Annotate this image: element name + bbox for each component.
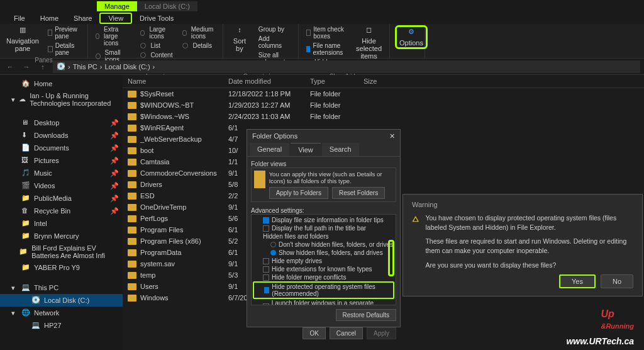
advanced-option[interactable]: Don't show hidden files, folders, or dri… <box>253 240 394 249</box>
close-icon[interactable]: ✕ <box>389 132 395 140</box>
advanced-option[interactable]: Hide folder merge conflicts <box>253 273 394 281</box>
tree-item[interactable]: 📄Documents📌 <box>0 142 123 154</box>
folder-icon <box>128 227 136 234</box>
pc-icon: 💻 <box>31 321 40 330</box>
advanced-option[interactable]: Display the full path in the title bar <box>253 224 394 232</box>
layout-medium-icons[interactable]: Medium icons <box>180 25 218 40</box>
context-tab-manage[interactable]: Manage <box>97 1 137 11</box>
tree-item[interactable]: 🏠Home <box>0 77 123 90</box>
tree-item[interactable]: ▾💻This PC <box>0 281 123 294</box>
sort-by-button[interactable]: ↕Sort by <box>228 25 251 53</box>
tree-item[interactable]: ▾🌐Network <box>0 307 123 319</box>
folder-views-label: Folder views <box>251 161 396 167</box>
add-columns-button[interactable]: Add columns <box>256 35 293 50</box>
tab-share[interactable]: Share <box>66 13 99 24</box>
tree-item[interactable]: 💽Local Disk (C:) <box>0 294 123 307</box>
preview-pane-toggle[interactable]: Preview pane <box>45 25 82 40</box>
advanced-option[interactable]: Launch folder windows in a separate proc… <box>253 299 394 305</box>
folder-icon: 📁 <box>21 232 30 240</box>
radio-icon <box>270 250 276 256</box>
layout-details[interactable]: Details <box>180 42 218 50</box>
column-type[interactable]: Type <box>305 75 358 88</box>
no-button[interactable]: No <box>601 274 633 288</box>
tree-item[interactable]: ▾☁Ian - Up & Running Technologies Incorp… <box>0 90 123 109</box>
tree-item[interactable]: ⬇Downloads📌 <box>0 129 123 142</box>
tab-search[interactable]: Search <box>322 143 359 156</box>
navigation-tree[interactable]: 🏠Home▾☁Ian - Up & Running Technologies I… <box>0 75 123 350</box>
options-button[interactable]: ⚙ Options <box>395 25 428 49</box>
tree-item[interactable]: 🖼Pictures📌 <box>0 154 123 167</box>
tab-home[interactable]: Home <box>33 13 66 24</box>
brand-url: www.URTech.ca <box>566 336 634 346</box>
apply-to-folders-button[interactable]: Apply to Folders <box>269 187 328 199</box>
address-bar[interactable]: 💽 ›This PC ›Local Disk (C:)› <box>53 60 640 73</box>
advanced-option[interactable]: Display file size information in folder … <box>253 216 394 224</box>
tree-item[interactable]: 📁Bill Ford Explains EV Batteries Are Alm… <box>0 242 123 261</box>
navigation-pane-button[interactable]: ▥ Navigation pane <box>5 25 40 53</box>
column-name[interactable]: Name <box>123 75 223 88</box>
tree-item[interactable]: 📁Intel <box>0 217 123 230</box>
advanced-option[interactable]: Hidden files and folders <box>253 232 394 240</box>
tree-item[interactable]: 🎬Videos📌 <box>0 179 123 192</box>
advanced-option[interactable]: Show hidden files, folders, and drives <box>253 249 394 257</box>
brand-logo: Up&Running <box>601 308 634 331</box>
layout-content[interactable]: Content <box>138 51 175 59</box>
tree-item[interactable]: 📁PublicMedia📌 <box>0 192 123 205</box>
folder-icon <box>128 215 136 222</box>
nav-back-button[interactable]: ← <box>4 60 16 73</box>
file-extensions-toggle[interactable]: File name extensions <box>304 42 348 57</box>
layout-xl-icons[interactable]: Extra large icons <box>93 25 133 47</box>
item-check-boxes-toggle[interactable]: Item check boxes <box>304 25 348 40</box>
tab-general[interactable]: General <box>250 143 289 156</box>
tab-drive-tools[interactable]: Drive Tools <box>132 13 181 24</box>
radio-icon <box>270 242 276 247</box>
svg-rect-0 <box>415 218 416 220</box>
tab-view[interactable]: View <box>291 143 321 156</box>
folder-icon <box>128 272 136 279</box>
apply-button[interactable]: Apply <box>367 327 396 339</box>
file-row[interactable]: $SysReset12/18/2022 1:18 PMFile folder <box>123 88 644 99</box>
folder-icon <box>128 136 136 143</box>
nav-forward-button[interactable]: → <box>20 60 33 73</box>
details-pane-toggle[interactable]: Details pane <box>45 42 82 57</box>
checkbox-icon <box>263 217 269 223</box>
pic-icon: 🖼 <box>21 156 30 165</box>
tree-item[interactable]: 💻HP27 <box>0 319 123 332</box>
nav-pane-icon: ▥ <box>18 26 27 35</box>
file-row[interactable]: $WINDOWS.~BT1/29/2023 12:27 AMFile folde… <box>123 99 644 111</box>
layout-list[interactable]: List <box>138 42 175 50</box>
breadcrumb[interactable]: Local Disk (C:) <box>104 63 150 71</box>
folder-icon <box>128 204 136 211</box>
file-row[interactable]: $Windows.~WS2/24/2023 11:03 AMFile folde… <box>123 111 644 122</box>
advanced-settings-label: Advanced settings: <box>251 207 396 214</box>
folder-icon: 📁 <box>21 219 30 228</box>
breadcrumb[interactable]: This PC <box>73 63 97 71</box>
warning-dialog: Warning You have chosen to display prote… <box>402 194 643 296</box>
column-size[interactable]: Size <box>358 75 396 88</box>
advanced-settings-tree[interactable]: Display file size information in folder … <box>251 214 396 305</box>
folder-icon <box>128 249 136 256</box>
tree-item[interactable]: 🎵Music📌 <box>0 167 123 179</box>
column-date[interactable]: Date modified <box>223 75 305 88</box>
nav-up-button[interactable]: ↑ <box>36 60 49 73</box>
folder-icon: 📁 <box>19 247 28 256</box>
advanced-option[interactable]: Hide extensions for known file types <box>253 265 394 273</box>
tab-view[interactable]: View <box>99 13 132 24</box>
tab-file[interactable]: File <box>6 13 33 24</box>
tree-item[interactable]: 📁YABER Pro Y9 <box>0 261 123 274</box>
advanced-option[interactable]: Hide empty drives <box>253 257 394 265</box>
yes-button[interactable]: Yes <box>559 274 596 288</box>
group-by-button[interactable]: Group by <box>256 25 293 33</box>
tree-item[interactable]: 🗑Recycle Bin📌 <box>0 205 123 217</box>
cancel-button[interactable]: Cancel <box>330 327 363 339</box>
ok-button[interactable]: OK <box>303 327 325 339</box>
reset-folders-button[interactable]: Reset Folders <box>332 187 385 199</box>
advanced-option[interactable]: Hide protected operating system files (R… <box>253 281 394 299</box>
tree-item[interactable]: 🖥Desktop📌 <box>0 116 123 129</box>
folder-icon <box>128 113 136 120</box>
layout-large-icons[interactable]: Large icons <box>138 25 175 40</box>
folder-views-text: You can apply this view (such as Details… <box>269 171 393 184</box>
hide-selected-button[interactable]: ◻Hide selected items <box>353 25 384 60</box>
tree-item[interactable]: 📁Brynn Mercury <box>0 230 123 242</box>
restore-defaults-button[interactable]: Restore Defaults <box>336 309 396 321</box>
